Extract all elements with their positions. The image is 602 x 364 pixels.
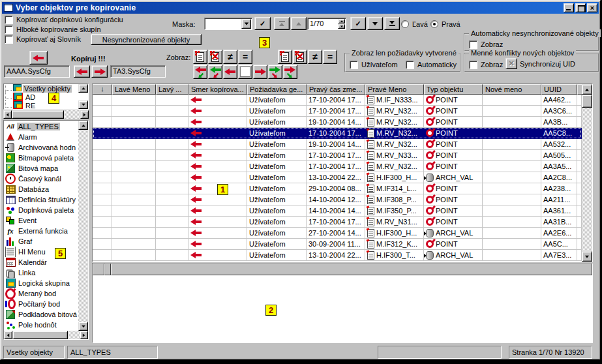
object-type-item[interactable]: Doplnková paleta [4,205,78,215]
scroll-right-button[interactable] [80,331,88,339]
copy-to-right-button[interactable] [91,65,108,78]
table-row[interactable]: Užívateľom27-10-2004 14...H.IF300_H...AR… [93,228,582,239]
secondary-header-cell[interactable] [111,264,592,275]
tree-item[interactable]: Vsetky objekty [4,84,78,93]
deleted-doc-filter-icon[interactable]: ✕ [293,50,307,64]
previous-page-button[interactable] [291,17,307,30]
secondary-header-cell[interactable] [104,264,111,275]
page-spinbox[interactable]: 1/70 [307,18,346,30]
copy-right-manual-icon[interactable] [268,65,282,79]
checkbox-box[interactable] [5,25,13,34]
deleted-doc-filter-icon[interactable]: ✕ [208,50,222,64]
object-type-item[interactable]: Archivovaná hodn [4,142,78,153]
checkbox-box[interactable] [5,35,13,44]
source-system-field[interactable]: AAAA.SysCfg [4,65,70,78]
clear-conflicts-button[interactable]: ✕ [505,58,517,69]
checkbox-box[interactable] [350,61,358,69]
radio-circle[interactable] [430,20,438,28]
column-header[interactable]: Typ objektu [424,84,483,95]
tree-horizontal-scrollbar[interactable] [3,110,89,119]
object-type-item[interactable]: Linka [4,267,78,278]
table-row[interactable]: Užívateľom17-10-2004 17...M.RV_N32...POI… [93,161,582,172]
column-header[interactable]: Lavé Meno [112,84,156,95]
column-header[interactable]: Pravé Meno [365,84,424,95]
checkbox-box[interactable] [469,40,477,49]
copy-left-auto-icon[interactable] [193,65,207,79]
table-row[interactable]: Užívateľom30-09-2004 11...M.IF312_K...PO… [93,239,582,250]
copy-to-left-button[interactable] [74,65,90,78]
tree-vertical-scrollbar[interactable] [78,84,88,109]
equal-filter-icon[interactable]: = [238,50,252,64]
checkbox-box[interactable] [5,16,13,24]
object-type-item[interactable]: Event [4,215,78,226]
object-type-item[interactable]: Alarm [4,132,78,142]
scrollbar-thumb[interactable] [12,110,64,119]
checkbox-requests-automatic[interactable]: Automaticky [406,60,457,69]
table-row[interactable]: Užívateľom29-10-2004 08...M.IF314_L...PO… [93,183,582,194]
not-equal-filter-icon[interactable]: ≠ [223,50,237,64]
scroll-up-button[interactable] [78,84,88,93]
types-horizontal-scrollbar[interactable] [4,331,88,339]
modified-doc-filter-icon[interactable] [278,50,292,64]
tree-item[interactable]: RE [4,101,78,109]
object-type-item[interactable]: HI Menu [4,247,78,257]
spin-up-button[interactable] [338,19,345,23]
scroll-left-button[interactable] [3,110,12,119]
not-equal-filter-icon[interactable]: ≠ [308,50,322,64]
table-row[interactable]: Užívateľom14-10-2004 14...M.IF350_P...PO… [93,205,582,217]
mask-combobox[interactable] [204,18,252,30]
copy-left-icon[interactable] [223,65,237,79]
table-row[interactable]: Užívateľom17-10-2004 17...M.RV_N32...POI… [93,106,582,117]
tree-item[interactable]: AD [4,93,78,101]
column-header[interactable]: Nové meno [483,84,541,95]
table-row[interactable]: Užívateľom13-10-2004 22...H.IF300_H...AR… [93,172,582,183]
object-type-item[interactable]: Definícia štruktúry [4,194,78,205]
scroll-up-button[interactable] [582,84,592,95]
object-type-item[interactable]: Graf [4,236,78,247]
scrollbar-thumb[interactable] [12,331,68,339]
object-type-item[interactable]: Časový kanál [4,174,78,184]
copy-left-manual-icon[interactable] [208,65,222,79]
checkbox-deep-copy-groups[interactable]: Hlboké kopírovanie skupín [5,25,101,34]
object-type-item[interactable]: Bitová mapa [4,163,78,174]
equal-filter-icon[interactable]: = [323,50,337,64]
scroll-right-button[interactable] [80,110,89,119]
object-type-item[interactable]: Podkladová bitová [4,309,78,320]
checkbox-box[interactable] [406,61,414,69]
checkbox-copy-dictionary[interactable]: Kopírovať aj Slovník [5,35,81,44]
column-header[interactable]: ↓ [93,84,112,95]
object-type-item[interactable]: ALL_TYPES [4,121,78,132]
scroll-down-button[interactable] [78,322,88,331]
maximize-button[interactable] [575,3,586,12]
radio-circle[interactable] [401,20,409,28]
table-row[interactable]: Užívateľom19-10-2004 14...M.RV_N32...POI… [93,117,582,128]
scroll-down-button[interactable] [78,100,88,109]
mask-dropdown-button[interactable] [241,19,251,29]
object-type-item[interactable]: Databáza [4,184,78,194]
object-type-item[interactable]: Počítaný bod [4,299,78,309]
object-type-item[interactable]: Bitmapová paleta [4,153,78,163]
nonsynchronized-objects-button[interactable]: Nesynchronizované objekty [91,34,202,45]
scroll-left-button[interactable] [4,331,12,339]
title-bar[interactable]: Vyber objektov pre kopirovanie × [2,2,599,14]
table-vertical-scrollbar[interactable] [582,84,592,262]
scrollbar-thumb[interactable] [582,95,592,108]
checkbox-copy-extra-config[interactable]: Kopírovať doplnkovú konfiguráciu [5,15,123,24]
object-type-item[interactable]: Logická skupina [4,278,78,288]
radio-left-side[interactable]: Ľavá [401,20,428,29]
table-row[interactable]: Užívateľom17-10-2004 17...M.RV_N31...POI… [93,217,582,228]
spin-down-button[interactable] [338,24,345,29]
column-header[interactable]: Pravý čas zme... [307,84,365,95]
table-row[interactable]: Užívateľom17-10-2004 17...M.RV_N33...POI… [93,150,582,161]
scrollbar-track[interactable] [78,130,88,322]
table-row[interactable]: Užívateľom17-10-2004 17...M.RV_N32...POI… [93,128,582,139]
column-header[interactable]: Smer kopírova... [188,84,247,95]
column-header[interactable]: Lavý ... [156,84,188,95]
scroll-up-button[interactable] [78,121,88,130]
checkbox-box[interactable] [469,61,477,69]
next-page-button[interactable] [367,17,383,30]
scrollbar-track[interactable] [582,95,592,251]
modified-doc-filter-icon[interactable] [193,50,207,64]
no-copy-icon[interactable] [238,65,252,79]
last-page-button[interactable] [384,17,400,30]
